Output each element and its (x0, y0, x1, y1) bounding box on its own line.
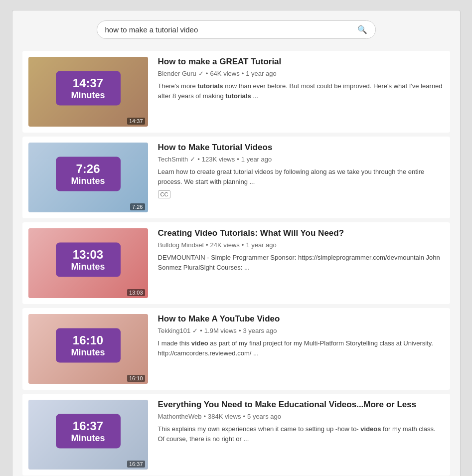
video-age: 1 year ago (246, 70, 276, 77)
video-info-5: Everything You Need to Make Educational … (158, 400, 444, 444)
video-info-1: How to make a GREAT Tutorial Blender Gur… (158, 57, 444, 101)
duration-label: Minutes (65, 176, 112, 186)
search-button[interactable]: 🔍 (357, 25, 367, 34)
video-age: 5 years ago (247, 413, 281, 420)
video-meta: Tekking101 ✓ • 1.9M views • 3 years ago (158, 327, 444, 334)
channel-name: Blender Guru (158, 70, 196, 77)
video-meta: Blender Guru ✓ • 64K views • 1 year ago (158, 70, 444, 77)
dot-sep2: • (237, 156, 239, 163)
video-title[interactable]: How to make a GREAT Tutorial (158, 57, 444, 67)
duration-badge: 16:37 Minutes (56, 414, 121, 449)
dot-sep: • (197, 156, 200, 163)
duration-label: Minutes (65, 90, 112, 101)
video-description: There's more tutorials now than ever bef… (158, 81, 444, 101)
thumbnail-1[interactable]: 14:37 Minutes 14:37 (28, 57, 148, 127)
verified-icon: ✓ (190, 156, 195, 163)
video-info-4: How to Make A YouTube Video Tekking101 ✓… (158, 314, 444, 358)
dot-sep: • (206, 241, 208, 249)
duration-stamp: 16:10 (127, 375, 145, 382)
results-list: 14:37 Minutes 14:37 How to make a GREAT … (22, 51, 450, 476)
duration-stamp: 7:26 (130, 203, 145, 210)
search-input-wrap: 🔍 (97, 20, 376, 39)
video-title[interactable]: How to Make A YouTube Video (158, 314, 444, 324)
duration-badge: 13:03 Minutes (56, 243, 121, 277)
result-item[interactable]: 16:10 Minutes 16:10 How to Make A YouTub… (22, 308, 450, 390)
search-input[interactable] (105, 25, 353, 34)
video-description: This explains my own experiences when it… (158, 424, 444, 444)
view-count: 1.9M views (204, 327, 237, 334)
thumbnail-2[interactable]: 7:26 Minutes 7:26 (28, 143, 148, 212)
verified-icon: ✓ (198, 70, 204, 77)
channel-name: Bulldog Mindset (158, 241, 204, 249)
duration-stamp: 14:37 (127, 118, 145, 125)
result-item[interactable]: 13:03 Minutes 13:03 Creating Video Tutor… (22, 222, 450, 304)
duration-time: 16:10 (65, 333, 112, 347)
view-count: 384K views (208, 413, 241, 420)
dot-sep2: • (239, 327, 241, 334)
duration-label: Minutes (65, 433, 112, 444)
duration-time: 16:37 (65, 419, 112, 433)
view-count: 64K views (210, 70, 239, 77)
dot-sep: • (206, 70, 208, 77)
video-age: 1 year ago (246, 241, 276, 249)
result-item[interactable]: 14:37 Minutes 14:37 How to make a GREAT … (22, 51, 450, 133)
duration-stamp: 16:37 (127, 461, 145, 468)
thumbnail-4[interactable]: 16:10 Minutes 16:10 (28, 314, 148, 384)
dot-sep2: • (242, 70, 244, 77)
thumbnail-5[interactable]: 16:37 Minutes 16:37 (28, 400, 148, 470)
duration-label: Minutes (65, 262, 112, 272)
dot-sep2: • (242, 241, 244, 249)
duration-time: 13:03 (65, 248, 112, 262)
duration-stamp: 13:03 (127, 289, 145, 296)
video-info-2: How to Make Tutorial Videos TechSmith ✓ … (158, 143, 444, 198)
channel-name: Tekking101 (158, 327, 191, 334)
dot-sep: • (203, 413, 206, 420)
video-meta: MathontheWeb • 384K views • 5 years ago (158, 413, 444, 420)
duration-label: Minutes (65, 347, 112, 358)
channel-name: TechSmith (158, 156, 188, 163)
video-meta: TechSmith ✓ • 123K views • 1 year ago (158, 156, 444, 163)
video-title[interactable]: Creating Video Tutorials: What Will You … (158, 228, 444, 238)
thumbnail-3[interactable]: 13:03 Minutes 13:03 (28, 228, 148, 298)
view-count: 24K views (210, 241, 240, 249)
dot-sep: • (200, 327, 202, 334)
duration-badge: 16:10 Minutes (56, 328, 121, 363)
verified-icon: ✓ (192, 327, 198, 334)
dot-sep2: • (243, 413, 245, 420)
video-title[interactable]: Everything You Need to Make Educational … (158, 400, 444, 410)
video-title[interactable]: How to Make Tutorial Videos (158, 143, 444, 153)
duration-badge: 7:26 Minutes (56, 157, 121, 191)
duration-time: 7:26 (65, 162, 112, 176)
cc-badge: CC (158, 190, 171, 198)
result-item[interactable]: 7:26 Minutes 7:26 How to Make Tutorial V… (22, 137, 450, 218)
result-item[interactable]: 16:37 Minutes 16:37 Everything You Need … (22, 394, 450, 476)
video-age: 1 year ago (241, 156, 272, 163)
video-meta: Bulldog Mindset • 24K views • 1 year ago (158, 241, 444, 249)
main-container: 🔍 14:37 Minutes 14:37 How to make a GREA… (12, 10, 461, 476)
video-description: I made this video as part of my final pr… (158, 338, 444, 358)
channel-name: MathontheWeb (158, 413, 202, 420)
view-count: 123K views (202, 156, 235, 163)
video-info-3: Creating Video Tutorials: What Will You … (158, 228, 444, 272)
video-description: DEVMOUNTAIN - Simple Programmer Sponsor:… (158, 253, 444, 272)
video-description: Learn how to create great tutorial video… (158, 167, 444, 186)
search-icon: 🔍 (357, 25, 367, 34)
duration-badge: 14:37 Minutes (56, 71, 121, 106)
duration-time: 14:37 (65, 76, 112, 90)
video-age: 3 years ago (243, 327, 277, 334)
search-bar: 🔍 (22, 20, 450, 39)
